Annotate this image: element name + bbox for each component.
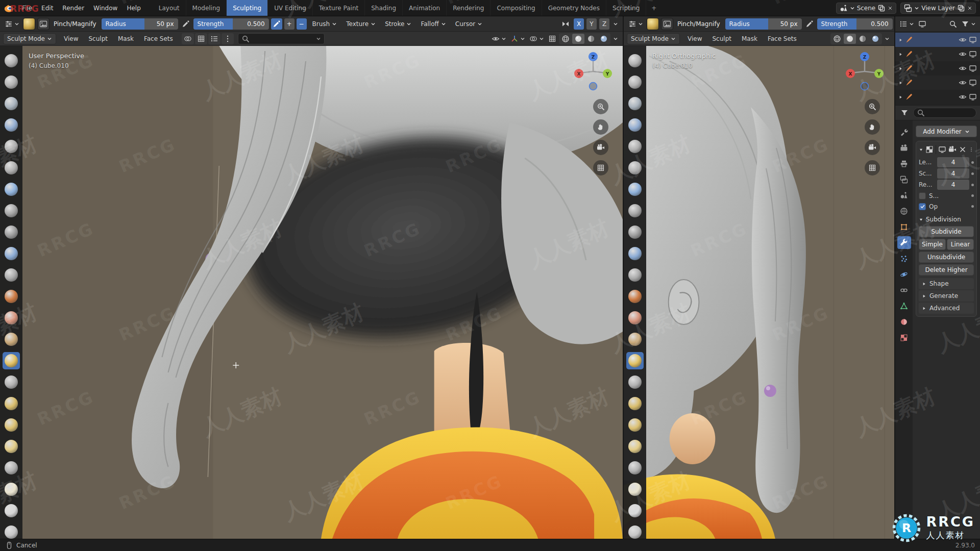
- animate-dot[interactable]: [971, 172, 974, 175]
- display-mode-button[interactable]: [917, 18, 928, 30]
- menu-help[interactable]: Help: [122, 0, 145, 16]
- viewport-search-field[interactable]: [238, 33, 325, 44]
- section-generate[interactable]: Generate: [919, 290, 974, 302]
- pan-button[interactable]: [865, 119, 880, 135]
- strength-slider[interactable]: Strength0.500: [193, 18, 269, 30]
- brush-clay-strips[interactable]: [3, 116, 20, 134]
- decrease-button[interactable]: −: [297, 18, 307, 30]
- workspace-tab-uv-editing[interactable]: UV Editing: [268, 0, 313, 16]
- brush-grab[interactable]: [3, 373, 20, 391]
- strength-slider[interactable]: Strength0.500: [817, 18, 893, 30]
- increase-button[interactable]: +: [284, 18, 295, 30]
- brush-pose[interactable]: [626, 459, 644, 477]
- viewport-menu-face-sets[interactable]: Face Sets: [763, 35, 801, 42]
- brush-thumb[interactable]: [3, 438, 20, 455]
- symmetry-axis-x[interactable]: X: [574, 18, 584, 30]
- symmetry-axis-y[interactable]: Y: [586, 18, 597, 30]
- symmetry-options-button[interactable]: [611, 18, 620, 30]
- brush-snake-hook[interactable]: [626, 416, 644, 434]
- menu-file[interactable]: File: [17, 0, 37, 16]
- animate-dot[interactable]: [971, 161, 974, 164]
- brush-blob[interactable]: [3, 202, 20, 219]
- editor-type-button[interactable]: [3, 18, 21, 30]
- brush-flatten[interactable]: [3, 266, 20, 284]
- menu-edit[interactable]: Edit: [37, 0, 58, 16]
- sculpt-mode-dropdown[interactable]: Sculpt Mode: [627, 33, 680, 44]
- texture-thumbnail[interactable]: [37, 18, 50, 30]
- brush-inflate[interactable]: [3, 181, 20, 198]
- 3d-scene-left[interactable]: [0, 46, 623, 539]
- brush-nudge[interactable]: [3, 481, 20, 498]
- navigation-gizmo[interactable]: ZXY: [572, 50, 615, 93]
- dropdown-falloff[interactable]: Falloff: [417, 18, 449, 30]
- view-layer-selector[interactable]: View Layer: [900, 3, 976, 14]
- brush-clay-thumb[interactable]: [3, 138, 20, 155]
- scene-selector[interactable]: Scene: [836, 3, 897, 14]
- brush-flatten[interactable]: [626, 266, 644, 284]
- properties-tab-render[interactable]: [897, 141, 911, 154]
- camera-view-button[interactable]: [593, 140, 608, 155]
- dropdown-brush[interactable]: Brush: [309, 18, 341, 30]
- workspace-tab-rendering[interactable]: Rendering: [447, 0, 491, 16]
- radius-pressure-toggle[interactable]: [804, 18, 815, 30]
- viewport-menu-view[interactable]: View: [683, 35, 706, 42]
- radius-slider[interactable]: Radius50 px: [102, 18, 178, 30]
- new-view-layer-icon[interactable]: [957, 4, 965, 12]
- brush-draw[interactable]: [626, 52, 644, 69]
- brush-thumbnail[interactable]: [23, 18, 35, 30]
- brush-layer[interactable]: [3, 159, 20, 177]
- brush-fill[interactable]: [626, 288, 644, 305]
- properties-tab-object-data[interactable]: [897, 299, 911, 312]
- options-button[interactable]: [222, 33, 234, 44]
- brush-clay-strips[interactable]: [626, 116, 644, 134]
- pan-button[interactable]: [593, 119, 608, 135]
- disclosure-triangle-icon[interactable]: [898, 66, 903, 71]
- properties-tab-tool[interactable]: [897, 126, 911, 138]
- workspace-tab-layout[interactable]: Layout: [153, 0, 186, 16]
- add-workspace-button[interactable]: +: [646, 0, 662, 16]
- shading-rendered-button[interactable]: [598, 34, 610, 44]
- workspace-tab-compositing[interactable]: Compositing: [491, 0, 542, 16]
- disclosure-triangle-icon[interactable]: [898, 52, 903, 57]
- outliner-search-button[interactable]: [947, 18, 959, 30]
- animate-dot[interactable]: [971, 194, 974, 197]
- face-set-button[interactable]: [195, 33, 207, 44]
- shading-wireframe-button[interactable]: [559, 34, 572, 44]
- viewport-menu-sculpt[interactable]: Sculpt: [84, 35, 112, 42]
- subdivision-section-header[interactable]: Subdivision: [919, 214, 974, 224]
- modifier-name-field[interactable]: [936, 145, 936, 154]
- brush-slide-relax[interactable]: [626, 523, 644, 539]
- symmetry-button[interactable]: [560, 18, 571, 30]
- shading-options-button[interactable]: [611, 33, 620, 44]
- properties-tab-physics[interactable]: [897, 268, 911, 281]
- viewport-visibility-icon[interactable]: [969, 93, 977, 101]
- zoom-button[interactable]: [593, 99, 608, 114]
- brush-thumbnail[interactable]: [647, 18, 659, 30]
- brush-draw-sharp[interactable]: [626, 73, 644, 91]
- viewport-menu-view[interactable]: View: [59, 35, 83, 42]
- brush-scrape[interactable]: [3, 309, 20, 327]
- checkbox-s[interactable]: [919, 192, 926, 199]
- workspace-tab-modeling[interactable]: Modeling: [186, 0, 227, 16]
- 3d-scene-right[interactable]: [624, 46, 894, 539]
- visibility-eye-icon[interactable]: [959, 93, 967, 101]
- navigation-gizmo[interactable]: ZXY: [843, 50, 886, 93]
- dropdown-texture[interactable]: Texture: [342, 18, 379, 30]
- value-field[interactable]: 4: [937, 157, 969, 167]
- add-modifier-button[interactable]: Add Modifier: [916, 126, 977, 137]
- properties-filter-button[interactable]: [899, 107, 910, 118]
- delete-higher-button[interactable]: Delete Higher: [919, 264, 974, 276]
- shading-wireframe-button[interactable]: [831, 34, 843, 44]
- properties-tab-material[interactable]: [897, 315, 911, 328]
- expand-triangle-icon[interactable]: [919, 147, 923, 152]
- remove-modifier-icon[interactable]: [959, 145, 967, 154]
- editor-type-button[interactable]: [627, 18, 645, 30]
- visibility-dropdown[interactable]: [490, 33, 508, 44]
- ortho-toggle-button[interactable]: [593, 160, 608, 176]
- delete-scene-icon[interactable]: [888, 6, 893, 11]
- animate-dot[interactable]: [971, 184, 974, 186]
- value-field[interactable]: 4: [937, 168, 969, 179]
- properties-tab-texture[interactable]: [897, 331, 911, 344]
- shading-material-button[interactable]: [585, 34, 597, 44]
- visibility-eye-icon[interactable]: [959, 64, 967, 72]
